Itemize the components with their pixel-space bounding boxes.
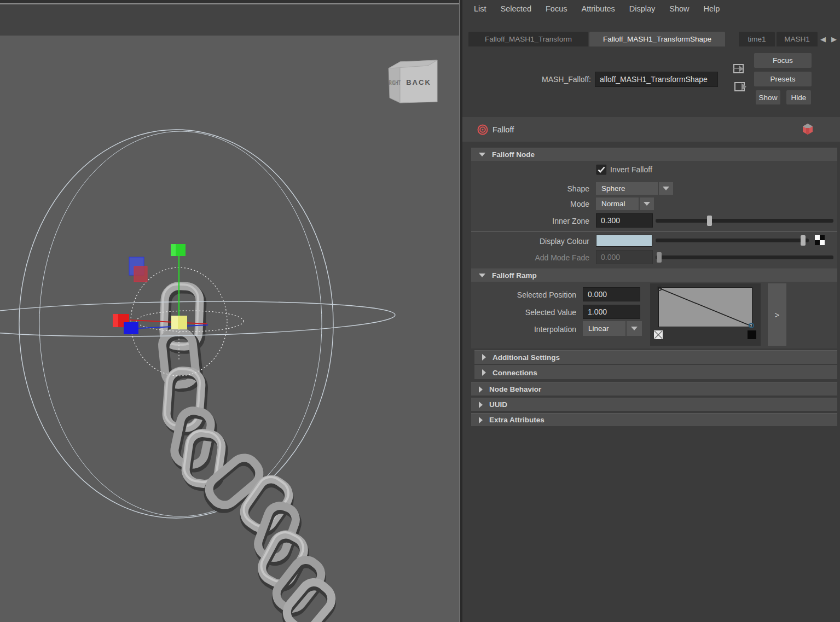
tab-falloff-transform-shape[interactable]: Falloff_MASH1_TransformShape [589, 32, 725, 46]
y-axis-handle[interactable] [171, 244, 186, 256]
attribute-editor-menubar: List Selected Focus Attributes Display S… [474, 4, 720, 13]
menu-attributes[interactable]: Attributes [582, 4, 615, 13]
view-cube-front-label[interactable]: BACK [406, 78, 431, 86]
interpolation-dropdown-arrow[interactable] [627, 321, 642, 336]
chain-object[interactable] [161, 284, 338, 622]
chevron-down-icon [663, 187, 669, 190]
viewport-toolbar-band [0, 4, 459, 36]
ramp-curve [659, 288, 752, 327]
presets-button[interactable]: Presets [754, 72, 812, 86]
tab-falloff-transform[interactable]: Falloff_MASH1_Transform [468, 32, 588, 46]
display-colour-swatch[interactable] [596, 235, 652, 247]
ramp-preview[interactable] [658, 287, 752, 327]
tab-time1[interactable]: time1 [739, 32, 775, 46]
falloff-node-content [471, 161, 837, 269]
colour-checker-icon[interactable] [815, 235, 825, 245]
add-mode-fade-field: 0.000 [596, 250, 653, 264]
row-separator [471, 231, 837, 232]
ramp-delete-marker[interactable] [654, 330, 663, 339]
section-header-uuid[interactable]: UUID [471, 398, 837, 411]
display-colour-slider-track[interactable] [656, 239, 809, 242]
section-title: Connections [493, 369, 537, 377]
chevron-down-icon [631, 327, 638, 330]
section-title: Falloff Node [492, 150, 535, 159]
chevron-right-icon [482, 369, 486, 376]
mode-dropdown-arrow[interactable] [640, 197, 654, 210]
chevron-down-icon [479, 274, 485, 277]
show-output-connections-icon[interactable] [733, 80, 748, 94]
chevron-right-icon [479, 402, 483, 408]
section-header-connections[interactable]: Connections [474, 365, 837, 379]
ramp-expand-button[interactable]: > [768, 283, 786, 346]
invert-falloff-label: Invert Falloff [610, 165, 720, 174]
section-title: Falloff Ramp [492, 271, 537, 280]
menu-selected[interactable]: Selected [501, 4, 531, 13]
add-mode-fade-slider-track [656, 255, 833, 259]
display-colour-label: Display Colour [480, 237, 589, 246]
ramp-point-end[interactable] [749, 323, 754, 328]
section-title: Node Behavior [489, 385, 541, 393]
invert-falloff-checkbox[interactable] [596, 165, 606, 175]
ghost-handle-red[interactable] [134, 266, 147, 282]
x-icon [654, 330, 663, 339]
chevron-down-icon [479, 153, 485, 156]
view-cube-side-label[interactable]: RIGHT [389, 79, 401, 86]
attribute-editor-panel: List Selected Focus Attributes Display S… [462, 0, 840, 622]
z-axis-handle[interactable] [124, 322, 138, 334]
section-header-node-behavior[interactable]: Node Behavior [471, 382, 837, 396]
chevron-right-icon [479, 386, 483, 393]
selected-position-label: Selected Position [467, 290, 576, 299]
selected-position-field[interactable]: 0.000 [583, 287, 640, 301]
inner-zone-label: Inner Zone [480, 217, 589, 225]
ramp-editor[interactable] [650, 283, 761, 346]
viewport-panel[interactable]: BACK RIGHT [0, 0, 460, 622]
node-state-icon[interactable] [803, 124, 813, 135]
menu-focus[interactable]: Focus [546, 4, 567, 13]
section-header-falloff-ramp[interactable]: Falloff Ramp [471, 269, 837, 282]
show-input-connections-icon[interactable] [732, 62, 746, 76]
menu-list[interactable]: List [474, 4, 486, 13]
shape-dropdown[interactable]: Sphere [596, 182, 658, 195]
checkmark-icon [597, 165, 606, 174]
menu-help[interactable]: Help [704, 4, 720, 13]
section-title: Additional Settings [493, 353, 560, 362]
node-field-label: MASH_Falloff: [495, 75, 591, 84]
section-header-falloff-node[interactable]: Falloff Node [471, 148, 837, 161]
tab-mash1[interactable]: MASH1 [777, 32, 818, 46]
mode-dropdown[interactable]: Normal [596, 197, 639, 210]
ramp-end-swatch[interactable] [748, 330, 756, 339]
menu-show[interactable]: Show [669, 4, 689, 13]
falloff-target-icon [477, 124, 488, 135]
interpolation-dropdown[interactable]: Linear [583, 321, 625, 336]
menu-display[interactable]: Display [629, 4, 656, 13]
chevron-right-icon [482, 354, 486, 361]
section-header-additional-settings[interactable]: Additional Settings [474, 350, 837, 364]
show-button[interactable]: Show [756, 90, 780, 104]
inner-zone-slider-track[interactable] [656, 219, 833, 223]
tab-scroll-left-icon[interactable]: ◀ [819, 32, 827, 46]
node-name-field[interactable]: alloff_MASH1_TransformShape [595, 72, 718, 87]
selected-value-label: Selected Value [467, 308, 576, 317]
hide-button[interactable]: Hide [786, 90, 811, 104]
falloff-banner-title: Falloff [493, 125, 514, 134]
inner-zone-slider-handle[interactable] [707, 216, 712, 226]
inner-zone-field[interactable]: 0.300 [596, 213, 653, 228]
focus-button[interactable]: Focus [754, 53, 812, 68]
add-mode-fade-slider-handle [657, 252, 662, 263]
tab-scroll-right-icon[interactable]: ▶ [830, 32, 838, 46]
selected-value-field[interactable]: 1.000 [583, 305, 640, 319]
center-handle[interactable] [171, 316, 187, 329]
falloff-node-banner: Falloff [462, 117, 840, 142]
add-mode-fade-label: Add Mode Fade [480, 253, 589, 262]
chevron-right-icon [479, 417, 483, 423]
view-cube[interactable]: BACK RIGHT [389, 60, 437, 103]
interpolation-label: Interpolation [467, 325, 576, 334]
viewport-canvas[interactable]: BACK RIGHT [0, 36, 460, 622]
display-colour-slider-handle[interactable] [801, 235, 806, 246]
mode-label: Mode [480, 200, 589, 208]
section-title: UUID [489, 400, 507, 409]
section-header-extra-attributes[interactable]: Extra Attributes [471, 413, 837, 426]
ramp-point-start[interactable] [657, 286, 662, 291]
shape-dropdown-arrow[interactable] [659, 182, 673, 195]
shape-label: Shape [480, 184, 589, 193]
